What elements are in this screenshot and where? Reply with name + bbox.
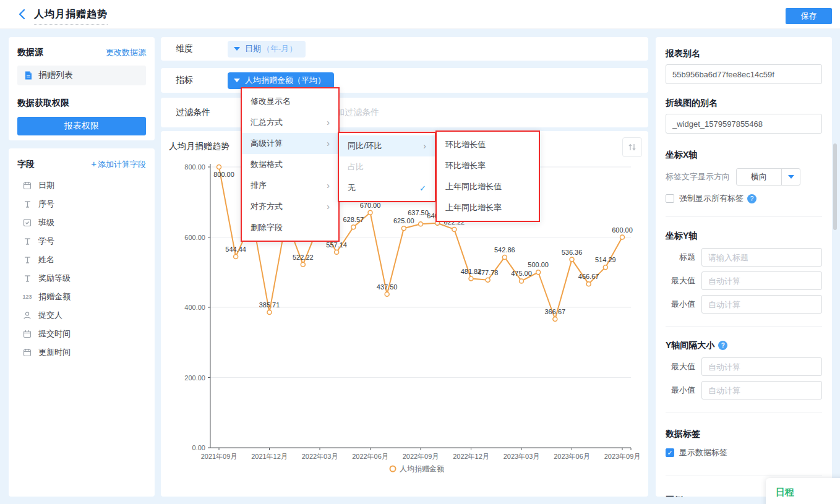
text-icon bbox=[21, 256, 33, 264]
help-icon[interactable]: ? bbox=[747, 194, 756, 203]
menu-item[interactable]: 删除字段 bbox=[242, 217, 338, 238]
field-label: 捐赠金额 bbox=[38, 291, 71, 302]
field-item[interactable]: 序号 bbox=[17, 195, 146, 213]
menu-item[interactable]: 同比/环比› bbox=[339, 135, 435, 156]
svg-text:536.36: 536.36 bbox=[562, 249, 583, 256]
svg-text:600.00: 600.00 bbox=[184, 234, 205, 241]
divider bbox=[666, 326, 822, 327]
field-item[interactable]: 奖励等级 bbox=[17, 269, 146, 288]
scrollbar-thumb[interactable] bbox=[833, 143, 837, 230]
menu-item-label: 环比增长率 bbox=[445, 160, 530, 171]
fields-title: 字段 bbox=[17, 159, 35, 170]
svg-text:466.67: 466.67 bbox=[578, 273, 599, 280]
schedule-label: 日程 bbox=[776, 487, 794, 497]
dimension-tag[interactable]: 日期（年-月） bbox=[228, 41, 306, 58]
svg-text:2022年09月: 2022年09月 bbox=[403, 453, 439, 460]
svg-text:477.78: 477.78 bbox=[478, 269, 499, 276]
y-axis-title: 坐标Y轴 bbox=[666, 231, 822, 242]
field-item[interactable]: 123捐赠金额 bbox=[17, 288, 146, 306]
label-direction-select[interactable]: 横向 bbox=[736, 168, 800, 186]
metric-tag[interactable]: 人均捐赠金额（平均） bbox=[228, 72, 334, 89]
document-icon bbox=[24, 70, 33, 80]
report-permission-button[interactable]: 报表权限 bbox=[17, 117, 146, 135]
svg-text:人均捐赠金额: 人均捐赠金额 bbox=[400, 464, 444, 473]
svg-text:200.00: 200.00 bbox=[184, 374, 205, 382]
dimension-row: 维度 日期（年-月） bbox=[161, 37, 648, 61]
field-item[interactable]: 更新时间 bbox=[17, 343, 146, 362]
data-label-title: 数据标签 bbox=[666, 429, 822, 440]
menu-item-label: 上年同比增长值 bbox=[445, 181, 530, 192]
metric-label: 指标 bbox=[161, 75, 228, 86]
menu-item-label: 环比增长值 bbox=[445, 139, 530, 150]
menu-item[interactable]: 修改显示名 bbox=[242, 91, 338, 112]
chevron-down-icon bbox=[234, 47, 240, 51]
filter-label: 过滤条件 bbox=[161, 107, 228, 118]
field-item[interactable]: 班级 bbox=[17, 213, 146, 232]
svg-text:600.00: 600.00 bbox=[612, 226, 633, 234]
change-datasource-link[interactable]: 更改数据源 bbox=[106, 47, 146, 58]
report-alias-input[interactable] bbox=[666, 64, 822, 84]
menu-item[interactable]: 上年同比增长率 bbox=[437, 197, 539, 218]
menu-item[interactable]: 环比增长值 bbox=[437, 134, 539, 155]
svg-text:437.50: 437.50 bbox=[377, 283, 398, 291]
schedule-popup[interactable]: 日程 bbox=[766, 478, 840, 504]
menu-item[interactable]: 高级计算› bbox=[242, 133, 338, 154]
field-label: 姓名 bbox=[38, 254, 54, 265]
calendar-icon bbox=[21, 348, 33, 357]
menu-item[interactable]: 无✓ bbox=[339, 177, 435, 199]
y-min-input[interactable] bbox=[701, 295, 822, 314]
settings-panel: 报表别名 折线图的别名 坐标X轴 标签文字显示方向 横向 强制显示所有标签 ? … bbox=[656, 37, 832, 497]
y-interval-title: Y轴间隔大小? bbox=[666, 340, 822, 351]
y-max-input[interactable] bbox=[701, 271, 822, 290]
field-item[interactable]: 姓名 bbox=[17, 250, 146, 269]
y-max-label: 最大值 bbox=[666, 275, 695, 286]
fields-panel: 字段 +添加计算字段 日期序号班级学号姓名奖励等级123捐赠金额提交人提交时间更… bbox=[9, 148, 155, 497]
svg-text:2022年06月: 2022年06月 bbox=[352, 453, 388, 460]
svg-text:557.14: 557.14 bbox=[326, 241, 347, 249]
menu-item[interactable]: 汇总方式› bbox=[242, 112, 338, 133]
field-label: 班级 bbox=[38, 217, 54, 228]
help-icon[interactable]: ? bbox=[718, 341, 727, 350]
field-label: 提交时间 bbox=[38, 328, 71, 340]
advanced-calc-submenu: 同比/环比›占比无✓ bbox=[338, 132, 436, 202]
divider bbox=[666, 476, 822, 476]
back-icon[interactable] bbox=[16, 8, 28, 20]
plus-icon: + bbox=[91, 158, 96, 169]
field-item[interactable]: 提交人 bbox=[17, 306, 146, 325]
select-icon bbox=[21, 218, 33, 227]
svg-text:628.57: 628.57 bbox=[343, 216, 364, 223]
menu-item[interactable]: 数据格式 bbox=[242, 154, 338, 175]
chevron-down-icon[interactable] bbox=[781, 169, 800, 185]
interval-min-input[interactable] bbox=[701, 381, 822, 399]
svg-text:366.67: 366.67 bbox=[545, 308, 566, 315]
add-calc-field-link[interactable]: +添加计算字段 bbox=[91, 158, 146, 170]
menu-item[interactable]: 对齐方式› bbox=[242, 196, 338, 217]
page-title: 人均月捐赠趋势 bbox=[34, 8, 108, 25]
field-item[interactable]: 学号 bbox=[17, 232, 146, 250]
show-data-label-checkbox[interactable]: ✓ bbox=[666, 448, 674, 457]
field-item[interactable]: 日期 bbox=[17, 176, 146, 195]
interval-max-input[interactable] bbox=[701, 357, 822, 376]
menu-item[interactable]: 环比增长率 bbox=[437, 155, 539, 176]
y-title-label: 标题 bbox=[666, 252, 695, 263]
menu-item[interactable]: 上年同比增长值 bbox=[437, 176, 539, 197]
field-label: 日期 bbox=[38, 180, 54, 191]
filter-row[interactable]: 过滤条件 添加过滤条件 bbox=[161, 98, 648, 127]
check-icon: ✓ bbox=[419, 184, 426, 193]
yoy-mom-submenu: 环比增长值环比增长率上年同比增长值上年同比增长率 bbox=[435, 130, 540, 222]
menu-item[interactable]: 排序› bbox=[242, 175, 338, 196]
force-show-labels-checkbox[interactable] bbox=[666, 194, 674, 203]
datasource-title: 数据源 bbox=[17, 47, 43, 58]
force-show-labels-label: 强制显示所有标签 bbox=[679, 193, 744, 204]
save-button[interactable]: 保存 bbox=[786, 8, 832, 24]
x-axis-title: 坐标X轴 bbox=[666, 150, 822, 161]
field-item[interactable]: 提交时间 bbox=[17, 325, 146, 343]
svg-text:514.29: 514.29 bbox=[595, 256, 616, 263]
datasource-panel: 数据源 更改数据源 捐赠列表 数据获取权限 报表权限 bbox=[9, 37, 155, 140]
widget-alias-input[interactable] bbox=[666, 114, 822, 134]
svg-text:542.86: 542.86 bbox=[494, 246, 515, 254]
datasource-item[interactable]: 捐赠列表 bbox=[17, 66, 146, 85]
y-axis-title-input[interactable] bbox=[701, 248, 822, 267]
svg-text:2023年09月: 2023年09月 bbox=[604, 453, 641, 460]
chevron-down-icon bbox=[234, 79, 240, 82]
